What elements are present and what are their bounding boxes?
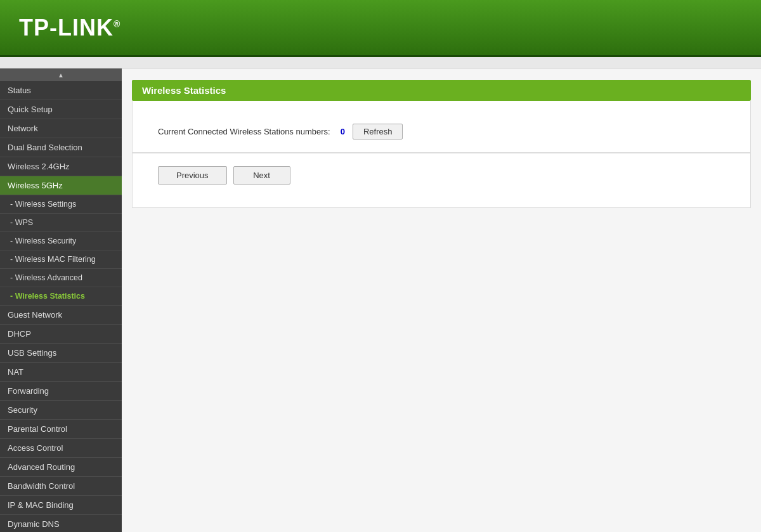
sidebar-item-network[interactable]: Network xyxy=(0,119,122,138)
sidebar: ▲ StatusQuick SetupNetworkDual Band Sele… xyxy=(0,68,122,532)
stats-row: Current Connected Wireless Stations numb… xyxy=(133,111,750,153)
sidebar-item-dynamic-dns[interactable]: Dynamic DNS xyxy=(0,515,122,532)
sidebar-item-quick-setup[interactable]: Quick Setup xyxy=(0,100,122,119)
sidebar-item-wireless-advanced[interactable]: - Wireless Advanced xyxy=(0,269,122,287)
sidebar-item-access-control[interactable]: Access Control xyxy=(0,439,122,458)
next-button[interactable]: Next xyxy=(233,166,290,185)
previous-button[interactable]: Previous xyxy=(158,166,227,185)
sidebar-item-wireless-security[interactable]: - Wireless Security xyxy=(0,232,122,250)
button-row: Previous Next xyxy=(133,153,750,197)
refresh-button[interactable]: Refresh xyxy=(353,124,403,139)
sidebar-item-usb-settings[interactable]: USB Settings xyxy=(0,344,122,363)
header: TP-LINK® xyxy=(0,0,761,57)
stats-label: Current Connected Wireless Stations numb… xyxy=(158,127,330,136)
content-body: Current Connected Wireless Stations numb… xyxy=(132,101,751,208)
stats-value: 0 xyxy=(341,127,345,136)
sidebar-item-parental-control[interactable]: Parental Control xyxy=(0,420,122,439)
content-area: Wireless Statistics Current Connected Wi… xyxy=(122,68,761,532)
sidebar-item-bandwidth-control[interactable]: Bandwidth Control xyxy=(0,477,122,496)
sidebar-item-dhcp[interactable]: DHCP xyxy=(0,325,122,344)
sidebar-item-forwarding[interactable]: Forwarding xyxy=(0,382,122,401)
page-title: Wireless Statistics xyxy=(142,85,226,96)
sidebar-item-wireless-mac[interactable]: - Wireless MAC Filtering xyxy=(0,250,122,269)
sidebar-item-wireless-settings[interactable]: - Wireless Settings xyxy=(0,195,122,214)
sidebar-item-nat[interactable]: NAT xyxy=(0,363,122,382)
main-layout: ▲ StatusQuick SetupNetworkDual Band Sele… xyxy=(0,68,761,532)
page-title-bar: Wireless Statistics xyxy=(132,80,751,101)
logo: TP-LINK® xyxy=(19,15,120,41)
sidebar-item-wireless-statistics[interactable]: - Wireless Statistics xyxy=(0,287,122,306)
sidebar-item-dual-band[interactable]: Dual Band Selection xyxy=(0,138,122,157)
sidebar-item-wireless-5[interactable]: Wireless 5GHz xyxy=(0,176,122,195)
sidebar-item-security[interactable]: Security xyxy=(0,401,122,420)
sidebar-item-wireless-24[interactable]: Wireless 2.4GHz xyxy=(0,157,122,176)
sidebar-item-guest-network[interactable]: Guest Network xyxy=(0,306,122,325)
sidebar-item-wps[interactable]: - WPS xyxy=(0,214,122,232)
sidebar-item-status[interactable]: Status xyxy=(0,81,122,100)
sidebar-item-ip-mac-binding[interactable]: IP & MAC Binding xyxy=(0,496,122,515)
sidebar-item-advanced-routing[interactable]: Advanced Routing xyxy=(0,458,122,477)
sub-header xyxy=(0,57,761,68)
scroll-up-arrow[interactable]: ▲ xyxy=(0,68,122,81)
